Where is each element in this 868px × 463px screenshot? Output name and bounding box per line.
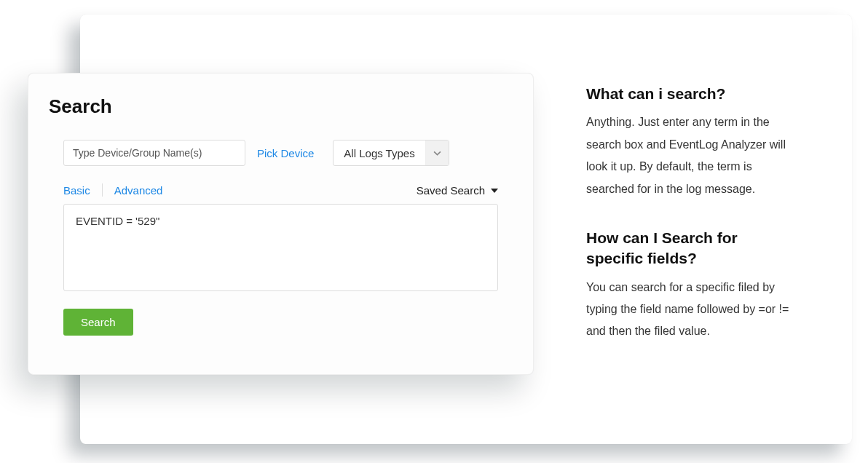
caret-down-icon bbox=[491, 184, 498, 197]
pick-device-link[interactable]: Pick Device bbox=[257, 147, 314, 159]
log-types-label: All Logs Types bbox=[334, 147, 425, 159]
saved-search-label: Saved Search bbox=[417, 184, 485, 197]
help-q1-body: Anything. Just enter any term in the sea… bbox=[586, 111, 797, 200]
search-panel: Search Pick Device All Logs Types Basic … bbox=[28, 73, 534, 375]
search-title: Search bbox=[49, 95, 513, 118]
help-q2-title: How can I Search for specific fields? bbox=[586, 228, 797, 269]
help-q1-title: What can i search? bbox=[586, 84, 797, 104]
tabs-row: Basic Advanced Saved Search bbox=[49, 183, 513, 197]
log-types-select[interactable]: All Logs Types bbox=[333, 140, 449, 166]
chevron-down-icon bbox=[425, 141, 449, 165]
help-q2-body: You can search for a specific filed by t… bbox=[586, 277, 797, 343]
device-input[interactable] bbox=[63, 140, 245, 166]
tab-basic[interactable]: Basic bbox=[63, 184, 90, 197]
saved-search-dropdown[interactable]: Saved Search bbox=[417, 184, 498, 197]
query-input[interactable] bbox=[63, 204, 498, 291]
controls-row: Pick Device All Logs Types bbox=[49, 140, 513, 166]
search-button[interactable]: Search bbox=[63, 309, 133, 336]
tab-separator bbox=[102, 183, 103, 197]
tab-links: Basic Advanced bbox=[63, 183, 162, 197]
help-sidebar: What can i search? Anything. Just enter … bbox=[586, 84, 797, 371]
tab-advanced[interactable]: Advanced bbox=[114, 184, 163, 197]
